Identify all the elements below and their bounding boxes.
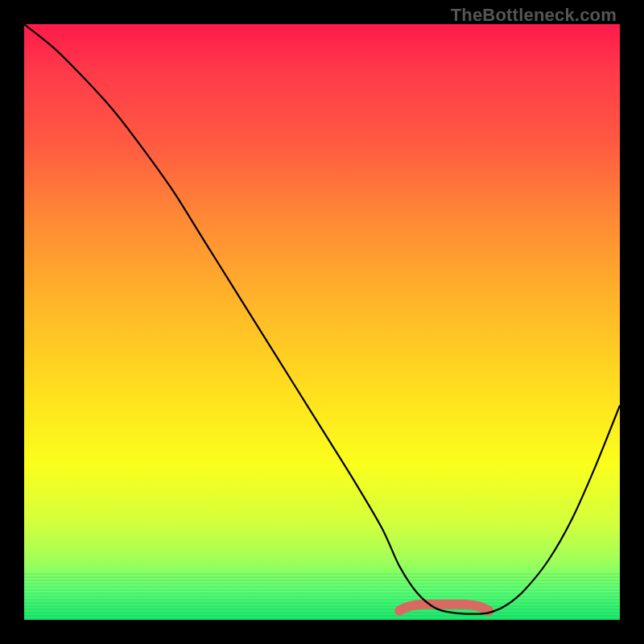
plot-area [24, 24, 620, 620]
chart-frame: TheBottleneck.com [0, 0, 644, 644]
watermark-text: TheBottleneck.com [451, 5, 617, 26]
curve-svg [24, 24, 620, 620]
minimum-highlight [399, 605, 489, 611]
bottleneck-curve [24, 24, 620, 614]
